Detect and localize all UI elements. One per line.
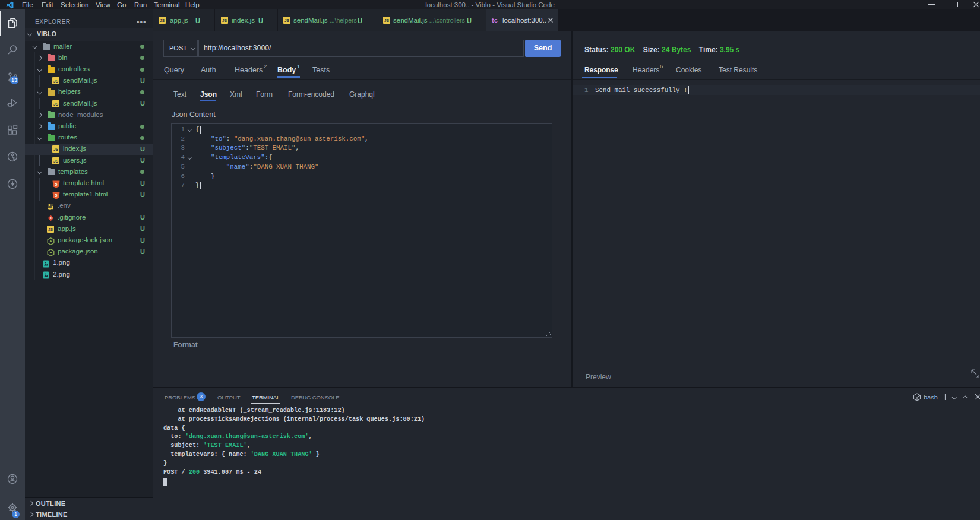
svg-text:5: 5: [55, 182, 58, 186]
svg-text:5: 5: [55, 194, 58, 198]
